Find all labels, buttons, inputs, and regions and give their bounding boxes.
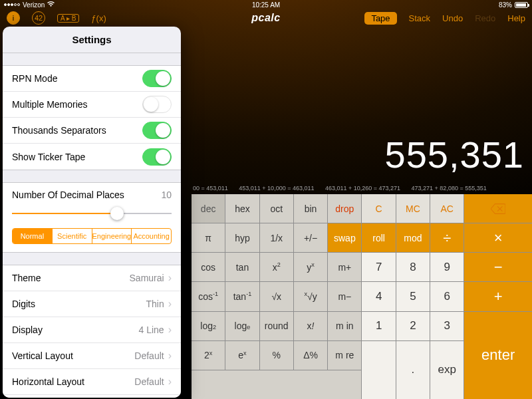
key-divide[interactable]: ÷ <box>430 223 464 252</box>
key-round[interactable]: round <box>260 312 293 340</box>
key-6[interactable]: 6 <box>430 282 464 311</box>
key-bin[interactable]: bin <box>294 194 327 223</box>
key-plus[interactable]: + <box>464 282 532 311</box>
key-c[interactable]: C <box>362 194 395 223</box>
key-4[interactable]: 4 <box>362 282 395 311</box>
key-deltapct[interactable]: Δ% <box>294 341 327 370</box>
key-nroot[interactable]: x√y <box>294 282 327 311</box>
key-0[interactable] <box>362 341 395 399</box>
key-2x[interactable]: 2x <box>192 341 225 370</box>
chevron-icon: › <box>168 272 172 284</box>
key-3[interactable]: 3 <box>430 312 464 340</box>
key-pct[interactable]: % <box>260 341 293 370</box>
help-button[interactable]: Help <box>507 13 525 23</box>
toggle-ticker[interactable] <box>142 148 172 166</box>
toolbar: i 42 A ▸ B ƒ(x) pcalc Tape Stack Undo Re… <box>0 9 532 27</box>
row-multimem: Multiple Memories <box>3 92 181 118</box>
list-section: Theme Samurai › Digits Thin › Display 4 … <box>3 265 181 398</box>
key-hex[interactable]: hex <box>225 194 259 223</box>
row-vlayout[interactable]: Vertical Layout Default › <box>3 343 181 369</box>
key-fact[interactable]: x! <box>294 312 327 340</box>
seg-engineering[interactable]: Engineering <box>92 229 132 243</box>
status-bar: Verizon 10:25 AM 83% <box>0 0 532 9</box>
key-hyp[interactable]: hyp <box>225 223 259 252</box>
key-mod[interactable]: mod <box>396 223 430 252</box>
key-cos[interactable]: cos <box>192 253 225 281</box>
key-8[interactable]: 8 <box>396 253 430 281</box>
key-negate[interactable]: +/− <box>294 223 327 252</box>
key-mc[interactable]: MC <box>396 194 430 223</box>
key-log2[interactable]: log2 <box>192 312 225 340</box>
key-backspace[interactable] <box>464 194 532 223</box>
toggle-multimem[interactable] <box>142 96 172 113</box>
key-9[interactable]: 9 <box>430 253 464 281</box>
stack-button[interactable]: Stack <box>409 13 431 23</box>
battery-icon <box>515 2 528 8</box>
display-value: 555,351 <box>385 133 524 176</box>
signal-dots <box>4 3 20 6</box>
key-min[interactable]: m in <box>328 312 361 340</box>
key-tan[interactable]: tan <box>225 253 259 281</box>
app-title: pcalc <box>251 12 280 24</box>
chevron-icon: › <box>168 376 172 388</box>
key-minus[interactable]: − <box>464 253 532 281</box>
key-multiply[interactable]: × <box>464 223 532 252</box>
seg-scientific[interactable]: Scientific <box>53 229 92 243</box>
key-ln[interactable]: loge <box>225 312 259 340</box>
key-5[interactable]: 5 <box>396 282 430 311</box>
battery-pct: 83% <box>499 1 512 9</box>
notation-segments[interactable]: Normal Scientific Engineering Accounting <box>12 228 172 244</box>
redo-button[interactable]: Redo <box>475 13 495 23</box>
key-yx[interactable]: yx <box>294 253 327 281</box>
key-drop[interactable]: drop <box>328 194 361 223</box>
fx-button[interactable]: ƒ(x) <box>91 13 106 23</box>
undo-button[interactable]: Undo <box>442 13 463 23</box>
key-7[interactable]: 7 <box>362 253 395 281</box>
key-ex[interactable]: ex <box>225 341 259 370</box>
key-1[interactable]: 1 <box>362 312 395 340</box>
row-hlayout[interactable]: Horizontal Layout Default › <box>3 369 181 395</box>
key-mplus[interactable]: m+ <box>328 253 361 281</box>
keypad: dec hex oct bin drop C MC AC π hyp 1/x +… <box>192 194 532 399</box>
key-recip[interactable]: 1/x <box>260 223 293 252</box>
toggles-section: RPN Mode Multiple Memories Thousands Sep… <box>3 65 181 170</box>
carrier-label: Verizon <box>23 1 45 9</box>
convert-button[interactable]: A ▸ B <box>57 14 79 23</box>
key-swap[interactable]: swap <box>328 223 361 252</box>
key-sqrt[interactable]: √x <box>260 282 293 311</box>
decimal-slider[interactable] <box>12 207 172 220</box>
key-acos[interactable]: cos-1 <box>192 282 225 311</box>
key-oct[interactable]: oct <box>260 194 293 223</box>
key-exp[interactable]: exp <box>430 341 464 399</box>
seg-accounting[interactable]: Accounting <box>132 229 171 243</box>
info-button[interactable]: i <box>7 11 20 25</box>
key-2[interactable]: 2 <box>396 312 430 340</box>
key-enter[interactable]: enter <box>464 312 532 399</box>
key-pi[interactable]: π <box>192 223 225 252</box>
key-mre[interactable]: m re <box>328 341 361 370</box>
forty-two-button[interactable]: 42 <box>32 11 45 25</box>
row-keyclick[interactable]: Key Click System › <box>3 395 181 398</box>
row-digits[interactable]: Digits Thin › <box>3 291 181 317</box>
settings-title: Settings <box>3 27 181 53</box>
key-x2[interactable]: x2 <box>260 253 293 281</box>
tape-button[interactable]: Tape <box>364 12 396 25</box>
toggle-thousands[interactable] <box>142 122 172 139</box>
key-dot[interactable]: . <box>396 341 430 399</box>
row-theme[interactable]: Theme Samurai › <box>3 265 181 291</box>
row-rpn: RPN Mode <box>3 66 181 92</box>
key-mminus[interactable]: m− <box>328 282 361 311</box>
key-roll[interactable]: roll <box>362 223 395 252</box>
row-ticker: Show Ticker Tape <box>3 144 181 170</box>
chevron-icon: › <box>168 324 172 336</box>
decimal-section: Number Of Decimal Places 10 Normal Scien… <box>3 182 181 253</box>
key-atan[interactable]: tan-1 <box>225 282 259 311</box>
toggle-rpn[interactable] <box>142 70 172 87</box>
key-blank <box>192 370 361 399</box>
seg-normal[interactable]: Normal <box>13 229 53 243</box>
tape-history: 00 = 453,011 453,011 + 10,000 = 463,011 … <box>193 185 528 192</box>
row-display[interactable]: Display 4 Line › <box>3 317 181 343</box>
key-dec[interactable]: dec <box>192 194 225 223</box>
key-ac[interactable]: AC <box>430 194 464 223</box>
settings-popover: Settings RPN Mode Multiple Memories Thou… <box>3 27 181 398</box>
